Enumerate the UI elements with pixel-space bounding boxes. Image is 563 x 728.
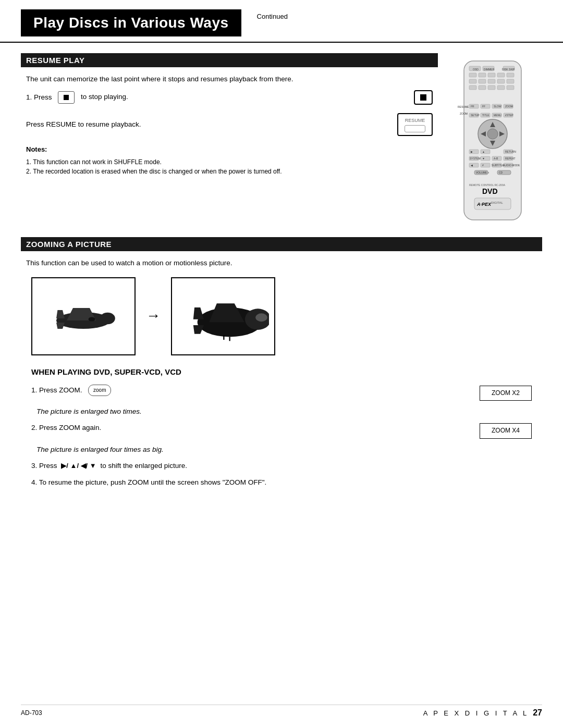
svg-text:REPEAT: REPEAT	[505, 157, 516, 160]
svg-text:CD: CD	[499, 171, 503, 174]
zoom-images-row: →	[31, 277, 532, 355]
step1-prefix: 1. Press	[26, 93, 52, 101]
svg-text:AUDIO MODE: AUDIO MODE	[503, 164, 520, 167]
svg-text:SETUP: SETUP	[471, 114, 480, 117]
zoom-step4: 4. To resume the picture, push ZOOM unti…	[31, 477, 532, 488]
airplane-small-box	[31, 277, 136, 355]
zooming-section: ZOOMING A PICTURE This function can be u…	[21, 237, 542, 493]
svg-point-79	[100, 312, 115, 324]
step2-row: Press RESUME to resume playback. RESUME	[26, 113, 433, 136]
svg-text:ZOOM: ZOOM	[460, 112, 468, 115]
header-area: Play Discs in Various Ways Continued	[0, 0, 563, 43]
resume-button-icon: RESUME	[397, 113, 433, 136]
svg-text:SYSTEM: SYSTEM	[470, 157, 481, 160]
svg-text:MENU: MENU	[494, 114, 501, 117]
zoom-arrow: →	[146, 304, 161, 328]
svg-rect-16	[488, 85, 495, 90]
svg-rect-11	[488, 79, 495, 83]
stop-button-icon	[58, 91, 75, 104]
remote-illustration: OSD DIMMER DISK SKIP RESUME ZOOM FR FF S…	[448, 58, 542, 227]
zoom-step3-text: 3. Press ▶/ ▲/ ◀/ ▼ to shift the enlarge…	[31, 460, 532, 472]
zoom-step3: 3. Press ▶/ ▲/ ◀/ ▼ to shift the enlarge…	[31, 460, 532, 472]
svg-text:DIMMER: DIMMER	[484, 68, 495, 71]
svg-text:DIGITAL: DIGITAL	[491, 201, 504, 204]
zoom-step4-text: 4. To resume the picture, push ZOOM unti…	[31, 477, 532, 488]
zooming-description: This function can be used to watch a mot…	[26, 257, 537, 269]
svg-text:▼: ▼	[482, 157, 485, 160]
footer-page: 27	[533, 708, 542, 718]
step1-text: 1. Press to stop playing.	[26, 91, 403, 104]
svg-rect-6	[488, 73, 495, 77]
svg-text:TITLE: TITLE	[482, 114, 489, 117]
footer: AD-703 A P E X D I G I T A L 27	[21, 705, 542, 718]
svg-rect-12	[497, 79, 505, 83]
zoom-x4-display: ZOOM X4	[480, 423, 532, 438]
svg-text:REMOTE CONTROL RC-200A: REMOTE CONTROL RC-200A	[469, 183, 506, 187]
zooming-body: This function can be used to watch a mot…	[21, 257, 542, 488]
zoom-step1-text: 1. Press ZOOM. zoom	[31, 385, 469, 396]
notes-title: Notes:	[26, 144, 433, 155]
svg-text:◀: ◀	[471, 164, 473, 167]
footer-brand: A P E X D I G I T A L	[423, 709, 529, 717]
svg-text:DISK SKIP: DISK SKIP	[502, 68, 515, 71]
airplane-small-svg	[39, 285, 128, 348]
svg-text:OSD: OSD	[473, 68, 479, 71]
svg-text:▶: ▶	[471, 150, 473, 153]
note1: 1. This function can not work in SHUFFLE…	[26, 157, 433, 167]
zoom-step2-text: 2. Press ZOOM again.	[31, 422, 469, 434]
svg-text:SLOW: SLOW	[494, 105, 501, 108]
svg-rect-8	[507, 73, 514, 77]
stop-icon-large	[414, 90, 433, 105]
page-title: Play Discs in Various Ways	[21, 9, 241, 36]
step1-row: 1. Press to stop playing.	[26, 90, 433, 105]
svg-rect-13	[507, 79, 514, 83]
step3-prefix: 3. Press	[31, 462, 57, 470]
svg-text:FR: FR	[471, 105, 474, 108]
italic-text-2: The picture is enlarged four times as bi…	[36, 444, 527, 455]
svg-rect-5	[479, 73, 486, 77]
zoom-x2-display: ZOOM X2	[480, 386, 532, 401]
svg-rect-4	[469, 73, 476, 77]
page-wrapper: Play Discs in Various Ways Continued RES…	[0, 0, 563, 728]
step2-text: Press RESUME to resume playback.	[26, 119, 387, 130]
zooming-header: ZOOMING A PICTURE	[21, 237, 542, 251]
when-playing-section: WHEN PLAYING DVD, SUPER-VCD, VCD 1. Pres…	[26, 366, 537, 488]
zoom-step2-row: 2. Press ZOOM again. ZOOM X4	[31, 422, 532, 438]
svg-text:A·PEX: A·PEX	[476, 202, 492, 207]
footer-right-group: A P E X D I G I T A L 27	[423, 708, 542, 718]
zoom-step2: 2. Press ZOOM again. ZOOM X4	[31, 422, 532, 438]
notes-section: Notes: 1. This function can not work in …	[26, 144, 433, 176]
svg-text:RESUME: RESUME	[458, 105, 469, 108]
svg-rect-18	[507, 85, 514, 90]
zoom-btn-label: zoom	[93, 386, 106, 394]
stop-square	[64, 95, 69, 100]
step3-suffix: to shift the enlarged picture.	[100, 462, 187, 470]
svg-text:▲: ▲	[482, 150, 485, 153]
svg-point-87	[255, 313, 267, 322]
resume-description: The unit can memorize the last point whe…	[26, 73, 433, 85]
resume-play-header: RESUME PLAY	[21, 53, 438, 67]
main-content: RESUME PLAY The unit can memorize the la…	[0, 43, 563, 504]
svg-text:SUBTITLE: SUBTITLE	[492, 164, 505, 167]
svg-point-83	[89, 317, 95, 321]
footer-model: AD-703	[21, 709, 42, 717]
note2: 2. The recorded location is erased when …	[26, 167, 433, 176]
stop-square-large	[420, 94, 426, 101]
zoom-step1-row: 1. Press ZOOM. zoom ZOOM X2	[31, 385, 532, 401]
svg-text:RETURN: RETURN	[505, 150, 516, 153]
svg-text:i/STEP: i/STEP	[505, 114, 513, 117]
svg-rect-15	[479, 85, 486, 90]
svg-rect-7	[497, 73, 505, 77]
resume-play-left: RESUME PLAY The unit can memorize the la…	[21, 53, 438, 227]
zoom-step1-label: 1. Press ZOOM.	[31, 386, 82, 394]
svg-text:VOLUME +: VOLUME +	[476, 171, 489, 174]
when-playing-title: WHEN PLAYING DVD, SUPER-VCD, VCD	[31, 366, 532, 378]
continued-label: Continued	[257, 9, 288, 20]
svg-point-33	[487, 129, 498, 139]
svg-text:ZOOM: ZOOM	[505, 105, 513, 108]
svg-text:DVD: DVD	[482, 187, 498, 195]
zoom-button-icon: zoom	[88, 385, 111, 396]
step1-suffix: to stop playing.	[81, 93, 128, 101]
airplane-large-svg	[178, 282, 269, 350]
italic-text-1: The picture is enlarged two times.	[36, 406, 527, 417]
